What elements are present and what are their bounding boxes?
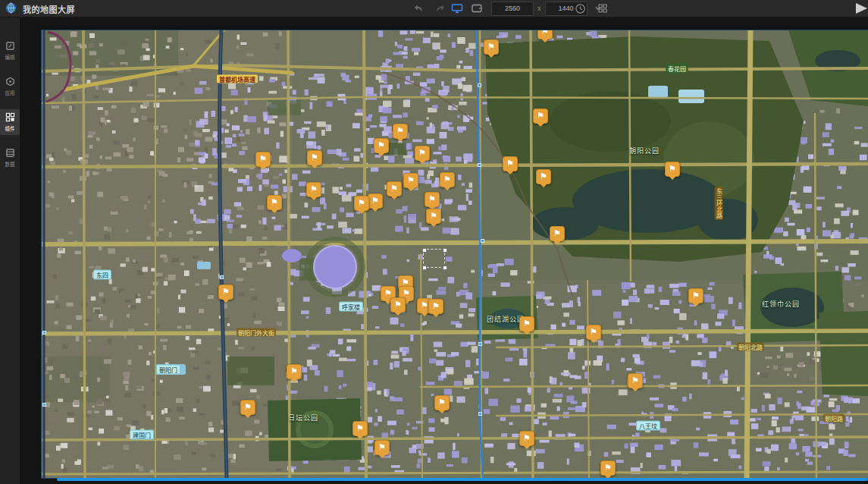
map-flag-marker[interactable]: ⚑ (287, 364, 302, 379)
map-flag-marker[interactable]: ⚑ (484, 39, 499, 55)
sidebar-item-label: 应用 (5, 89, 15, 96)
path-vertex-handle[interactable] (42, 403, 46, 407)
flag-icon: ⚑ (394, 300, 402, 309)
selection-handle[interactable] (443, 266, 447, 270)
globe-logo-icon (5, 2, 17, 14)
selection-handle[interactable] (422, 266, 427, 270)
flag-icon: ⚑ (553, 229, 561, 237)
path-vertex-handle[interactable] (481, 239, 484, 243)
map-flag-marker[interactable]: ⚑ (536, 169, 551, 184)
flag-icon: ⚑ (271, 198, 278, 206)
horizontal-scrollbar[interactable] (57, 478, 868, 481)
undo-button[interactable] (412, 2, 425, 15)
map-flag-marker[interactable]: ⚑ (218, 284, 233, 300)
flag-icon: ⚑ (430, 212, 437, 220)
flag-icon: ⚑ (487, 42, 495, 51)
map-flag-marker[interactable]: ⚑ (428, 299, 443, 314)
flag-icon: ⚑ (384, 289, 392, 297)
map-canvas[interactable]: 首都机场高速春花园朝阳公园红领巾公园团结湖公园日坛公园东四朝阳门建国门呼家楼八王… (42, 30, 868, 478)
preview-play-button[interactable] (851, 0, 868, 17)
flag-icon: ⚑ (590, 328, 597, 336)
map-flag-marker[interactable]: ⚑ (307, 150, 322, 165)
path-vertex-handle[interactable] (478, 412, 482, 416)
sidebar-item-label: 编辑 (5, 53, 15, 60)
map-flag-marker[interactable]: ⚑ (374, 440, 390, 455)
flag-icon: ⚑ (631, 376, 639, 385)
flag-icon: ⚑ (523, 319, 531, 328)
map-flag-marker[interactable]: ⚑ (425, 192, 440, 207)
map-flag-marker[interactable]: ⚑ (306, 182, 321, 197)
map-flag-marker[interactable]: ⚑ (415, 146, 430, 161)
path-vertex-handle[interactable] (42, 331, 46, 335)
flag-icon: ⚑ (378, 141, 385, 149)
flag-icon: ⚑ (371, 196, 379, 205)
sidebar-item-component[interactable]: 组件 (0, 109, 20, 135)
map-flag-marker[interactable]: ⚑ (537, 30, 553, 39)
path-vertex-handle[interactable] (478, 342, 482, 346)
map-flag-marker[interactable]: ⚑ (403, 173, 418, 188)
page-title: 我的地图大屏 (23, 3, 75, 15)
map-flag-marker[interactable]: ⚑ (519, 431, 534, 446)
flag-icon: ⚑ (692, 291, 700, 300)
map-flag-marker[interactable]: ⚑ (393, 124, 408, 139)
device-tablet-button[interactable] (470, 2, 484, 15)
layout-grid-icon[interactable] (596, 2, 609, 15)
flag-icon: ⚑ (378, 443, 386, 451)
map-flag-marker[interactable]: ⚑ (240, 400, 255, 415)
map-flag-marker[interactable]: ⚑ (267, 195, 282, 210)
map-flag-marker[interactable]: ⚑ (353, 421, 368, 436)
flag-icon: ⚑ (523, 434, 531, 442)
flag-icon: ⚑ (402, 278, 409, 287)
device-desktop-button[interactable] (450, 2, 464, 15)
sidebar-item-data[interactable]: 数据 (0, 145, 20, 171)
map-flag-marker[interactable]: ⚑ (374, 138, 389, 153)
map-flag-marker[interactable]: ⚑ (387, 181, 402, 196)
selection-box[interactable] (423, 249, 445, 268)
dimension-separator: x (537, 5, 541, 12)
map-flag-marker[interactable]: ⚑ (586, 325, 601, 340)
path-vertex-handle[interactable] (478, 83, 481, 87)
flag-icon: ⚑ (390, 184, 398, 193)
left-tool-rail: 编辑应用组件数据 (0, 17, 20, 484)
map-flag-marker[interactable]: ⚑ (688, 288, 703, 303)
flag-icon: ⚑ (604, 464, 612, 472)
sidebar-item-edit[interactable]: 编辑 (0, 38, 20, 64)
map-flag-marker[interactable]: ⚑ (533, 108, 548, 124)
flag-icon: ⚑ (669, 165, 676, 173)
flag-icon: ⚑ (358, 199, 365, 207)
flag-icon: ⚑ (356, 424, 364, 432)
map-flag-marker[interactable]: ⚑ (390, 297, 406, 313)
path-vertex-handle[interactable] (220, 275, 224, 279)
map-flag-marker[interactable]: ⚑ (434, 395, 450, 410)
titlebar: 我的地图大屏 x (0, 0, 868, 17)
map-flag-marker[interactable]: ⚑ (503, 156, 518, 171)
satellite-map (42, 30, 868, 478)
map-flag-marker[interactable]: ⚑ (255, 152, 271, 167)
zoom-fit-icon[interactable] (573, 2, 587, 15)
flag-icon: ⚑ (418, 149, 426, 157)
sidebar-item-apply[interactable]: 应用 (0, 74, 20, 99)
flag-icon: ⚑ (222, 288, 230, 296)
flag-icon: ⚑ (443, 175, 451, 184)
flag-icon: ⚑ (244, 403, 252, 411)
map-flag-marker[interactable]: ⚑ (665, 162, 680, 177)
selection-handle[interactable] (422, 248, 427, 253)
map-flag-marker[interactable]: ⚑ (440, 172, 455, 187)
flag-icon: ⚑ (438, 398, 446, 407)
map-flag-marker[interactable]: ⚑ (550, 226, 565, 241)
map-flag-marker[interactable]: ⚑ (426, 209, 441, 224)
selection-handle[interactable] (443, 248, 447, 253)
path-vertex-handle[interactable] (478, 163, 481, 167)
flag-icon: ⚑ (396, 127, 404, 135)
flag-icon: ⚑ (290, 367, 298, 376)
map-flag-marker[interactable]: ⚑ (519, 316, 534, 332)
flag-icon: ⚑ (421, 301, 428, 310)
map-flag-marker[interactable]: ⚑ (600, 460, 616, 476)
map-flag-marker[interactable]: ⚑ (354, 196, 369, 211)
map-flag-marker[interactable]: ⚑ (628, 373, 643, 388)
redo-button[interactable] (433, 2, 447, 15)
canvas-width-input[interactable] (491, 2, 534, 16)
map-flag-marker[interactable]: ⚑ (368, 193, 383, 209)
flag-icon: ⚑ (432, 302, 440, 310)
flag-icon: ⚑ (537, 112, 544, 120)
